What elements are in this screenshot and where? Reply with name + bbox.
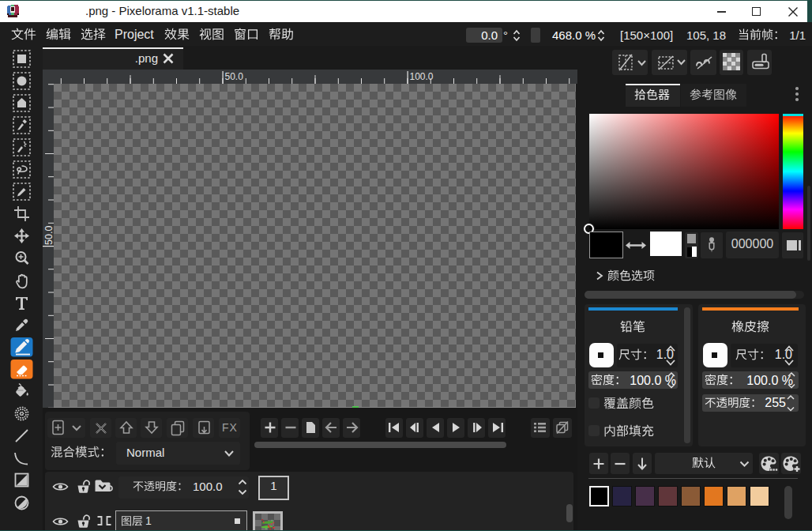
svg-text:50.0: 50.0 bbox=[225, 71, 244, 82]
svg-text:100.0: 100.0 bbox=[410, 71, 434, 82]
